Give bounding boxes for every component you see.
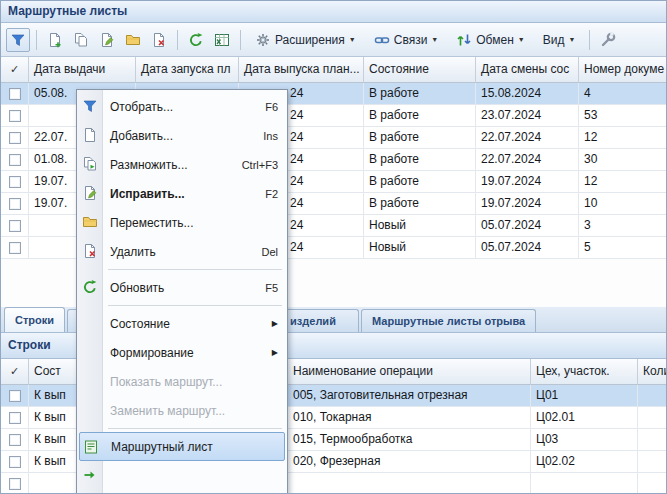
column-header-quantity[interactable]: Колич <box>638 359 667 385</box>
delete-document-icon <box>151 32 167 48</box>
menu-item-ispravit[interactable]: Исправить... F2 <box>77 179 287 208</box>
cell-state: Новый <box>364 215 476 237</box>
row-checkbox[interactable] <box>9 478 21 490</box>
cell-state-change: 05.07.2024 <box>476 215 579 237</box>
column-header-doc-number[interactable]: Номер докуме <box>579 57 667 83</box>
cell-doc-number: 10 <box>579 193 667 215</box>
row-checkbox[interactable] <box>9 88 21 100</box>
chevron-down-icon: ▼ <box>349 36 356 43</box>
cell-state-change: 19.07.2024 <box>476 171 579 193</box>
cell-operation-name: 005, Заготовительная отрезная <box>288 385 531 407</box>
column-header-plan-date[interactable]: Дата выпуска план... <box>239 57 364 83</box>
links-label: Связи <box>394 33 428 47</box>
menu-item-udalit[interactable]: Удалить Del <box>77 237 287 266</box>
menu-separator <box>77 302 287 309</box>
add-button[interactable] <box>43 28 67 52</box>
column-header-state[interactable]: Состояние <box>364 57 476 83</box>
menu-item-razmnozhit[interactable]: Размножить... Ctrl+F3 <box>77 150 287 179</box>
row-checkbox[interactable] <box>9 198 21 210</box>
settings-button[interactable] <box>596 28 620 52</box>
delete-button[interactable] <box>147 28 171 52</box>
copy-document-icon <box>73 32 89 48</box>
view-dropdown[interactable]: Вид ▼ <box>535 28 584 52</box>
row-checkbox[interactable] <box>9 220 21 232</box>
exchange-arrows-icon <box>456 32 472 48</box>
filter-button[interactable] <box>6 28 30 52</box>
menu-item-marshrutny-list[interactable]: Маршрутный лист <box>79 432 285 461</box>
edit-button[interactable] <box>95 28 119 52</box>
menu-item-peremestit[interactable]: Переместить... <box>77 208 287 237</box>
cell-state-change: 15.08.2024 <box>476 83 579 105</box>
cell-state-change: 22.07.2024 <box>476 127 579 149</box>
cell-quantity <box>638 451 667 473</box>
cell-doc-number: 3 <box>579 215 667 237</box>
chevron-down-icon: ▼ <box>431 36 438 43</box>
menu-item-otobrat[interactable]: Отобрать... F6 <box>77 92 287 121</box>
row-checkbox[interactable] <box>9 154 21 166</box>
cell-doc-number: 53 <box>579 105 667 127</box>
copy-document-icon <box>82 156 98 172</box>
exchange-label: Обмен <box>476 33 514 47</box>
move-button[interactable] <box>121 28 145 52</box>
column-header-state-change[interactable]: Дата смены сос <box>476 57 579 83</box>
row-checkbox[interactable] <box>9 242 21 254</box>
new-document-icon <box>82 127 98 143</box>
view-label: Вид <box>543 33 565 47</box>
main-toolbar: Расширения ▼ Связи ▼ Обмен ▼ Вид ▼ <box>1 23 666 57</box>
export-excel-button[interactable] <box>210 28 234 52</box>
chain-icon <box>374 32 390 48</box>
route-sheet-icon <box>83 439 99 455</box>
submenu-arrow-icon: ▶ <box>272 348 278 357</box>
menu-item-dobavit[interactable]: Добавить... Ins <box>77 121 287 150</box>
tab-marshrutnye-listy-otryva[interactable]: Маршрутные листы отрыва <box>361 309 536 332</box>
refresh-icon <box>82 279 98 295</box>
cell-workshop: Ц01 <box>531 385 638 407</box>
links-dropdown[interactable]: Связи ▼ <box>366 28 447 52</box>
cell-operation-name <box>288 473 531 494</box>
row-checkbox[interactable] <box>9 412 21 424</box>
row-checkbox[interactable] <box>9 434 21 446</box>
cell-state-change: 22.07.2024 <box>476 149 579 171</box>
row-checkbox[interactable] <box>9 390 21 402</box>
row-checkbox[interactable] <box>9 110 21 122</box>
menu-item-partial[interactable] <box>77 461 287 490</box>
row-checkbox[interactable] <box>9 456 21 468</box>
extensions-dropdown[interactable]: Расширения ▼ <box>247 28 364 52</box>
new-document-icon <box>47 32 63 48</box>
menu-separator <box>77 266 287 273</box>
select-all-header[interactable]: ✓ <box>1 359 29 385</box>
menu-item-sostoyanie[interactable]: Состояние ▶ <box>77 309 287 338</box>
window-title: Маршрутные листы <box>1 1 666 23</box>
row-checkbox[interactable] <box>9 132 21 144</box>
cell-doc-number: 30 <box>579 149 667 171</box>
tab-stroki[interactable]: Строки <box>4 307 65 332</box>
green-arrow-icon <box>82 467 98 483</box>
toolbar-separator <box>589 30 590 50</box>
exchange-dropdown[interactable]: Обмен ▼ <box>448 28 532 52</box>
column-header-operation-name[interactable]: Наименование операции <box>288 359 531 385</box>
cell-doc-number: 12 <box>579 127 667 149</box>
cell-quantity <box>638 407 667 429</box>
menu-item-formirovanie[interactable]: Формирование ▶ <box>77 338 287 367</box>
cell-state-change: 19.07.2024 <box>476 193 579 215</box>
cell-state: Новый <box>364 237 476 259</box>
row-checkbox[interactable] <box>9 176 21 188</box>
refresh-button[interactable] <box>184 28 208 52</box>
route-sheets-window: Маршрутные листы Расширения <box>0 0 667 494</box>
folder-icon <box>82 214 98 230</box>
cell-state: В работе <box>364 193 476 215</box>
menu-item-obnovit[interactable]: Обновить F5 <box>77 273 287 302</box>
toolbar-separator <box>240 30 241 50</box>
column-header-workshop[interactable]: Цех, участок. <box>531 359 638 385</box>
select-all-header[interactable]: ✓ <box>1 57 29 83</box>
column-header-issue-date[interactable]: Дата выдачи <box>29 57 136 83</box>
copy-button[interactable] <box>69 28 93 52</box>
cell-workshop: Ц02.02 <box>531 451 638 473</box>
cell-workshop <box>531 473 638 494</box>
cell-doc-number: 5 <box>579 237 667 259</box>
column-header-launch-date[interactable]: Дата запуска пл <box>136 57 239 83</box>
cell-quantity <box>638 429 667 451</box>
cell-workshop: Ц03 <box>531 429 638 451</box>
edit-document-icon <box>99 32 115 48</box>
excel-icon <box>214 32 230 48</box>
